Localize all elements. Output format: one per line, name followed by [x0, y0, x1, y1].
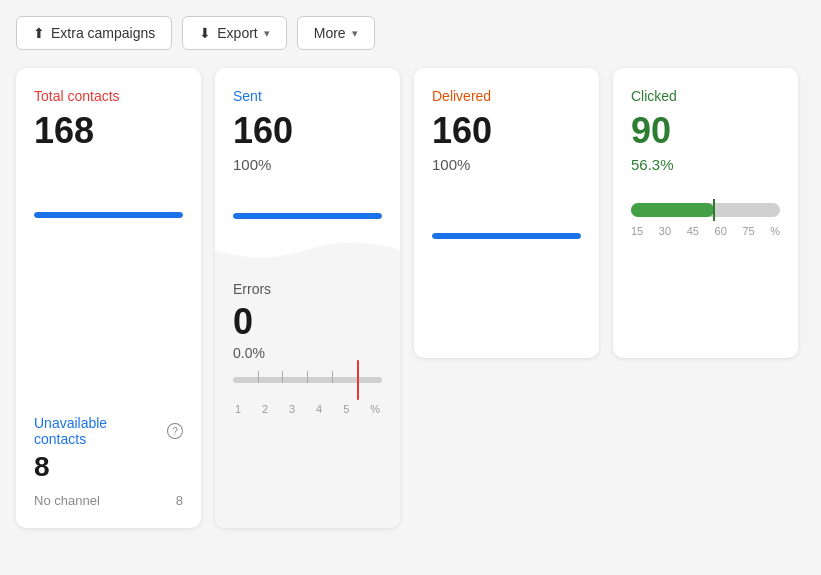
unavailable-label: Unavailable contacts — [34, 415, 161, 447]
clicked-value: 90 — [631, 110, 780, 152]
tick-1 — [258, 371, 259, 383]
delivered-label: Delivered — [432, 88, 581, 104]
total-top: Total contacts 168 — [34, 88, 183, 218]
errors-section: Errors 0 0.0% 1 2 3 4 — [215, 265, 400, 528]
unavailable-section: Unavailable contacts ? 8 No channel 8 — [34, 391, 183, 508]
more-button[interactable]: More ▾ — [297, 16, 375, 50]
sent-card: Sent 160 100% Errors 0 0.0% — [215, 68, 400, 528]
tick-2 — [282, 371, 283, 383]
wave-divider — [215, 235, 400, 265]
errors-label: Errors — [233, 281, 382, 297]
export-icon: ⬇ — [199, 25, 211, 41]
clicked-axis-30: 30 — [659, 225, 671, 237]
delivered-progress-fill — [432, 233, 581, 239]
channel-value: 8 — [176, 493, 183, 508]
delivered-card: Delivered 160 100% — [414, 68, 599, 358]
total-progress-fill — [34, 212, 183, 218]
more-label: More — [314, 25, 346, 41]
axis-label-1: 1 — [235, 403, 241, 415]
cards-row: Total contacts 168 Unavailable contacts … — [16, 68, 805, 528]
delivered-value: 160 — [432, 110, 581, 152]
unavailable-header: Unavailable contacts ? — [34, 415, 183, 447]
errors-chart: 1 2 3 4 5 % — [233, 377, 382, 415]
axis-label-pct: % — [370, 403, 380, 415]
errors-value: 0 — [233, 301, 382, 343]
export-button[interactable]: ⬇ Export ▾ — [182, 16, 286, 50]
axis-label-2: 2 — [262, 403, 268, 415]
export-chevron-icon: ▾ — [264, 27, 270, 40]
total-progress-bar — [34, 212, 183, 218]
errors-marker — [357, 360, 359, 400]
extra-campaigns-button[interactable]: ⬆ Extra campaigns — [16, 16, 172, 50]
axis-label-4: 4 — [316, 403, 322, 415]
sent-value: 160 — [233, 110, 382, 152]
sent-progress-fill — [233, 213, 382, 219]
clicked-axis: 15 30 45 60 75 % — [631, 225, 780, 237]
delivered-progress-bar — [432, 233, 581, 239]
tick-3 — [307, 371, 308, 383]
clicked-track — [631, 203, 780, 217]
clicked-label: Clicked — [631, 88, 780, 104]
total-contacts-value: 168 — [34, 110, 183, 152]
clicked-marker — [713, 199, 715, 221]
unavailable-value: 8 — [34, 451, 183, 483]
total-contacts-card: Total contacts 168 Unavailable contacts … — [16, 68, 201, 528]
channel-row: No channel 8 — [34, 493, 183, 508]
errors-percentage: 0.0% — [233, 345, 382, 361]
axis-label-3: 3 — [289, 403, 295, 415]
clicked-axis-60: 60 — [715, 225, 727, 237]
axis-label-5: 5 — [343, 403, 349, 415]
errors-axis: 1 2 3 4 5 % — [233, 403, 382, 415]
campaigns-icon: ⬆ — [33, 25, 45, 41]
clicked-percentage: 56.3% — [631, 156, 780, 173]
more-chevron-icon: ▾ — [352, 27, 358, 40]
sent-percentage: 100% — [233, 156, 382, 173]
clicked-chart: 15 30 45 60 75 % — [631, 203, 780, 237]
errors-track — [233, 377, 382, 383]
clicked-axis-15: 15 — [631, 225, 643, 237]
sent-top: Sent 160 100% — [215, 68, 400, 235]
toolbar: ⬆ Extra campaigns ⬇ Export ▾ More ▾ — [16, 16, 805, 50]
extra-campaigns-label: Extra campaigns — [51, 25, 155, 41]
total-contacts-label: Total contacts — [34, 88, 183, 104]
sent-label: Sent — [233, 88, 382, 104]
clicked-card: Clicked 90 56.3% 15 30 45 60 75 % — [613, 68, 798, 358]
delivered-percentage: 100% — [432, 156, 581, 173]
clicked-axis-75: 75 — [742, 225, 754, 237]
export-label: Export — [217, 25, 257, 41]
tick-4 — [332, 371, 333, 383]
channel-label: No channel — [34, 493, 100, 508]
clicked-axis-pct: % — [770, 225, 780, 237]
sent-progress-bar — [233, 213, 382, 219]
clicked-fill — [631, 203, 714, 217]
clicked-axis-45: 45 — [687, 225, 699, 237]
help-icon[interactable]: ? — [167, 423, 183, 439]
